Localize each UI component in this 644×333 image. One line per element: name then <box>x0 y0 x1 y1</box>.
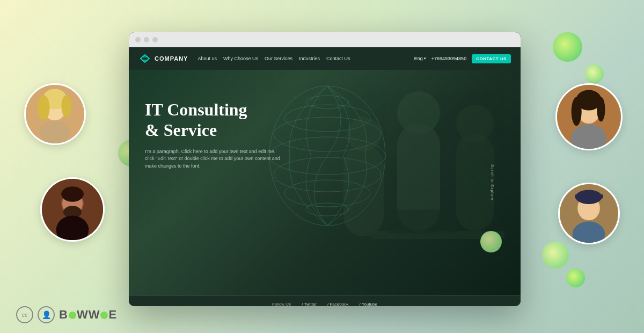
browser-window: COMPANY About us Why Choose Us Our Servi… <box>129 32 521 306</box>
hero-blob <box>480 231 502 252</box>
decorative-blob-2 <box>585 64 604 83</box>
youtube-link[interactable]: / Youtube <box>360 302 377 306</box>
nav-links: About us Why Choose Us Our Services Indu… <box>197 56 414 61</box>
avatar-top-right <box>555 83 623 150</box>
nav-why[interactable]: Why Choose Us <box>223 56 258 61</box>
chevron-down-icon: ▾ <box>424 56 426 61</box>
svg-point-5 <box>61 95 71 118</box>
decorative-blob-4 <box>542 242 569 269</box>
facebook-link[interactable]: / Facebook <box>327 302 349 306</box>
svg-point-6 <box>40 120 70 145</box>
contact-us-button[interactable]: CONTACT US <box>472 54 511 63</box>
language-selector[interactable]: Eng ▾ <box>414 56 426 61</box>
avatar-bottom-right <box>558 183 620 244</box>
svg-point-18 <box>597 97 605 122</box>
attribution-icon: 👤 <box>38 306 55 323</box>
nav-services[interactable]: Our Services <box>265 56 292 61</box>
bowwe-brand: BWWE <box>59 308 117 322</box>
hero-people-bg <box>317 70 521 295</box>
logo-icon <box>138 54 151 63</box>
svg-rect-35 <box>456 134 494 231</box>
svg-point-36 <box>456 105 494 142</box>
logo-area[interactable]: COMPANY <box>138 54 188 63</box>
browser-dot-maximize <box>152 37 158 42</box>
hero-content: IT Consulting & Service I'm a paragraph.… <box>145 99 284 170</box>
scroll-indicator: Scroll to Explore <box>491 164 495 201</box>
watermark: cc 👤 BWWE <box>16 306 117 323</box>
twitter-link[interactable]: / Twitter <box>302 302 317 306</box>
nav-contact[interactable]: Contact Us <box>326 56 350 61</box>
browser-dot-minimize <box>144 37 149 42</box>
hero-section: IT Consulting & Service I'm a paragraph.… <box>129 70 521 295</box>
browser-dot-close <box>135 37 141 42</box>
svg-point-11 <box>61 186 84 202</box>
hero-title: IT Consulting & Service <box>145 99 284 141</box>
browser-titlebar <box>129 32 521 47</box>
svg-point-38 <box>347 117 381 151</box>
nav-about[interactable]: About us <box>197 56 217 61</box>
avatar-bottom-left <box>40 177 105 242</box>
phone-number: +769493094850 <box>431 56 466 61</box>
nav-right: Eng ▾ +769493094850 CONTACT US <box>414 54 511 63</box>
svg-rect-37 <box>343 145 384 236</box>
decorative-blob-1 <box>553 32 582 62</box>
avatar-top-left <box>24 83 86 145</box>
svg-rect-23 <box>575 194 603 199</box>
browser-footer: Follow Us / Twitter / Facebook / Youtube <box>129 295 521 306</box>
svg-point-34 <box>397 91 440 134</box>
creative-commons-icon: cc <box>16 306 33 323</box>
hero-paragraph: I'm a paragraph. Click here to add your … <box>145 148 284 170</box>
follow-us-label: Follow Us <box>272 302 291 306</box>
nav-industries[interactable]: Industries <box>299 56 320 61</box>
svg-point-17 <box>572 97 582 126</box>
decorative-blob-5 <box>566 269 585 287</box>
logo-text: COMPANY <box>155 55 188 62</box>
svg-rect-40 <box>386 209 456 234</box>
navbar: COMPANY About us Why Choose Us Our Servi… <box>129 47 521 70</box>
svg-point-4 <box>38 95 50 120</box>
